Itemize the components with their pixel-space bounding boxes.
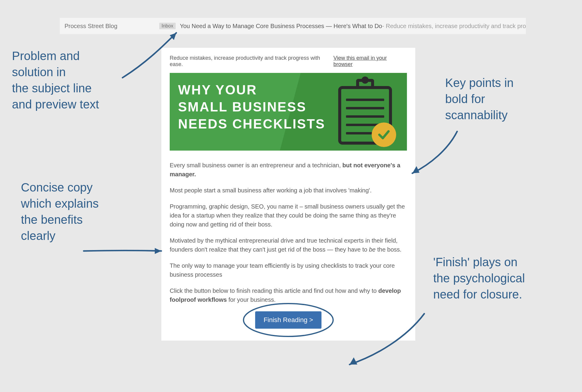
finish-reading-button[interactable]: Finish Reading > bbox=[255, 311, 321, 329]
hero-headline: WHY YOUR SMALL BUSINESS NEEDS CHECKLISTS bbox=[178, 81, 325, 133]
subject-preview: - Reduce mistakes, increase productivity… bbox=[382, 23, 526, 30]
email-preheader-row: Reduce mistakes, increase productivity a… bbox=[170, 55, 407, 68]
subject-line: You Need a Way to Manage Core Business P… bbox=[180, 23, 382, 30]
preheader-text: Reduce mistakes, increase productivity a… bbox=[170, 55, 333, 68]
email-body-panel: Reduce mistakes, increase productivity a… bbox=[161, 48, 415, 341]
email-copy: Every small business owner is an entrepr… bbox=[170, 161, 407, 304]
arrow-mid-left-icon bbox=[81, 239, 167, 263]
hero-line-1: WHY YOUR bbox=[178, 81, 325, 98]
checkmark-badge-icon bbox=[372, 122, 396, 147]
sender-name: Process Street Blog bbox=[65, 23, 117, 30]
view-in-browser-link[interactable]: View this email in your browser bbox=[333, 55, 407, 68]
annotation-top-left: Problem and solution in the subject line… bbox=[12, 48, 99, 112]
svg-marker-2 bbox=[155, 248, 161, 254]
clipboard-icon bbox=[338, 79, 392, 145]
paragraph-3: Programming, graphic design, SEO, you na… bbox=[170, 202, 407, 229]
paragraph-2: Most people start a small business after… bbox=[170, 186, 407, 195]
paragraph-5: The only way to manage your team efficie… bbox=[170, 261, 407, 279]
annotation-mid-left: Concise copy which explains the benefits… bbox=[21, 179, 99, 244]
paragraph-4: Motivated by the mythical entrepreneuria… bbox=[170, 236, 407, 254]
hero-line-3: NEEDS CHECKLISTS bbox=[178, 115, 325, 132]
svg-marker-4 bbox=[350, 357, 357, 365]
annotation-bot-right: 'Finish' plays on the psychological need… bbox=[433, 254, 525, 302]
hero-banner: WHY YOUR SMALL BUSINESS NEEDS CHECKLISTS bbox=[170, 73, 407, 151]
arrow-top-left-icon bbox=[111, 27, 188, 87]
arrow-bot-right-icon bbox=[341, 311, 430, 370]
arrow-top-right-icon bbox=[406, 128, 466, 179]
paragraph-1: Every small business owner is an entrepr… bbox=[170, 161, 407, 179]
annotation-top-right: Key points in bold for scannability bbox=[445, 75, 514, 123]
hero-line-2: SMALL BUSINESS bbox=[178, 98, 325, 115]
